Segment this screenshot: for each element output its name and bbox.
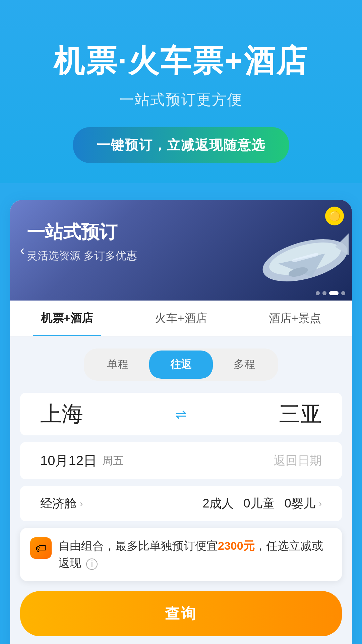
promo-info-icon[interactable]: i [86, 558, 98, 570]
pax-arrow-icon: › [319, 498, 322, 509]
adult-label: 成人 [209, 496, 234, 510]
banner-dots [316, 291, 345, 295]
adult-count: 2 [203, 496, 209, 510]
main-card-section: ‹ 一站式预订 灵活选资源 多订多优惠 🟡 机票+酒店 火车+酒店 酒店+景点 [0, 183, 362, 644]
banner-text: 一站式预订 灵活选资源 多订多优惠 [27, 220, 137, 263]
hero-subtitle: 一站式预订更方便 [20, 90, 342, 110]
banner-title: 一站式预订 [27, 220, 137, 245]
promo-icon: 🏷 [30, 537, 52, 559]
cabin-class-label[interactable]: 经济舱 [40, 495, 76, 512]
trip-type-selector: 单程 往返 多程 [84, 348, 278, 381]
tab-hotel-attraction[interactable]: 酒店+景点 [238, 301, 352, 336]
search-button[interactable]: 查询 [20, 591, 342, 636]
promo-text-before: 自由组合，最多比单独预订便宜 [58, 539, 218, 552]
departure-date[interactable]: 10月12日 [40, 451, 97, 470]
route-selector[interactable]: 上海 ⇌ 三亚 [20, 393, 342, 435]
child-label: 儿童 [250, 496, 275, 510]
promo-text: 自由组合，最多比单独预订便宜2300元，任选立减或返现 i [58, 537, 332, 572]
dot-4 [341, 291, 345, 295]
hero-cta-button[interactable]: 一键预订，立减返现随意选 [73, 127, 289, 163]
hero-title: 机票·火车票+酒店 [20, 40, 342, 82]
banner-badge: 🟡 [325, 207, 344, 225]
tab-train-hotel[interactable]: 火车+酒店 [124, 301, 238, 336]
dot-1 [316, 291, 320, 295]
child-count: 0 [244, 496, 250, 510]
return-date-placeholder[interactable]: 返回日期 [274, 452, 322, 469]
trip-one-way[interactable]: 单程 [86, 351, 149, 379]
arrival-city[interactable]: 三亚 [279, 399, 322, 429]
back-icon[interactable]: ‹ [20, 243, 24, 258]
main-card: ‹ 一站式预订 灵活选资源 多订多优惠 🟡 机票+酒店 火车+酒店 酒店+景点 [10, 200, 352, 644]
trip-multi[interactable]: 多程 [213, 351, 276, 379]
dot-2 [322, 291, 326, 295]
hot-list-section: 热门榜单 👑 超值套餐榜 交通+酒店一站式预订 [10, 636, 352, 644]
infant-label: 婴儿 [291, 496, 315, 510]
departure-weekday: 周五 [102, 453, 124, 468]
cabin-arrow-icon: › [80, 498, 83, 509]
cabin-selector[interactable]: 经济舱 › 2成人 0儿童 0婴儿 › [20, 486, 342, 521]
swap-icon[interactable]: ⇌ [83, 407, 279, 422]
infant-count: 0 [285, 496, 291, 510]
booking-tabs: 机票+酒店 火车+酒店 酒店+景点 [10, 301, 352, 336]
departure-city[interactable]: 上海 [40, 399, 83, 429]
hero-section: 机票·火车票+酒店 一站式预订更方便 一键预订，立减返现随意选 [0, 0, 362, 183]
dot-3-active [329, 291, 339, 295]
tab-flight-hotel[interactable]: 机票+酒店 [10, 301, 124, 336]
promo-banner: 🏷 自由组合，最多比单独预订便宜2300元，任选立减或返现 i [20, 528, 342, 581]
passenger-count[interactable]: 2成人 0儿童 0婴儿 [203, 495, 315, 512]
trip-round[interactable]: 往返 [149, 351, 213, 379]
date-selector[interactable]: 10月12日 周五 返回日期 [20, 442, 342, 479]
card-banner: ‹ 一站式预订 灵活选资源 多订多优惠 🟡 [10, 200, 352, 301]
badge-icon: 🟡 [329, 211, 341, 222]
banner-subtitle: 灵活选资源 多订多优惠 [27, 249, 137, 263]
promo-highlight: 2300元 [218, 539, 255, 552]
